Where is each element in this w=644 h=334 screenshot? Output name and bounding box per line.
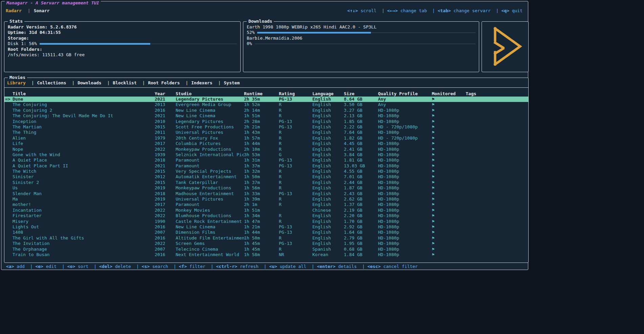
servarr-tab[interactable]: Radarr: [6, 8, 22, 13]
table-row[interactable]: Slender Man 2018 Madhouse Entertainment …: [4, 191, 528, 196]
table-row[interactable]: The Conjuring: The Devil Made Me Do It 2…: [4, 113, 528, 119]
movie-language: English: [312, 141, 344, 146]
movie-studio: Altitude Film Entertainmen: [176, 235, 244, 241]
movie-rating: R: [279, 113, 312, 119]
movies-tab[interactable]: System: [215, 80, 240, 85]
table-row[interactable]: Firestarter 2022 Blumhouse Productions 1…: [4, 213, 528, 218]
table-row[interactable]: The Conjuring 2013 Evergreen Media Group…: [4, 102, 528, 107]
table-row[interactable]: Ma 2019 Universal Pictures 1h 39m R Engl…: [4, 196, 528, 202]
movie-language: English: [312, 113, 344, 119]
table-row[interactable]: The Invitation 2022 Screen Gems 1h 45m P…: [4, 241, 528, 246]
movie-year: 2018: [155, 158, 176, 163]
movie-year: 2011: [155, 130, 176, 135]
keybind-hint: <s> search: [134, 264, 168, 269]
download-progress-line: 0%: [247, 41, 475, 46]
movie-quality-profile: HD-1080p: [378, 224, 432, 230]
movies-tab[interactable]: Root Folders: [139, 80, 180, 85]
movie-language: English: [312, 108, 344, 113]
movie-size: 2.22 GB: [344, 124, 378, 130]
movies-tab[interactable]: Blocklist: [104, 80, 136, 85]
movies-tab[interactable]: Collections: [28, 80, 66, 85]
uptime-value: 31d 04:31:55: [29, 30, 61, 35]
movie-language: English: [312, 97, 344, 102]
table-row[interactable]: Gone with the Wind 1939 Selznick Interna…: [4, 152, 528, 158]
movie-language: English: [312, 135, 344, 141]
movies-tab[interactable]: Downloads: [69, 80, 101, 85]
movie-runtime: 2h 28m: [244, 119, 279, 124]
movie-language: English: [312, 158, 344, 163]
table-row[interactable]: Life 2017 Columbia Pictures 1h 44m R Eng…: [4, 141, 528, 146]
movie-size: 4.45 GB: [344, 141, 378, 146]
movie-runtime: 1h 44m: [244, 141, 279, 146]
table-row[interactable]: Sinister 2012 Automatik Entertainment 1h…: [4, 174, 528, 180]
movie-studio: Universal Pictures: [176, 196, 244, 202]
movie-quality-profile: HD-1080p: [378, 141, 432, 146]
movie-quality-profile: HD-1080p: [378, 169, 432, 174]
movie-language: English: [312, 147, 344, 152]
keybind-label: update all: [280, 264, 306, 269]
table-row[interactable]: The Orphanage 2007 Telecinco Cinema 1h 4…: [4, 247, 528, 252]
movie-runtime: 1h 33m: [244, 191, 279, 196]
movie-quality-profile: HD-1080p: [378, 174, 432, 180]
download-percent: 0%: [247, 41, 252, 46]
movie-runtime: 1h 44m: [244, 230, 279, 235]
movies-tab[interactable]: Library: [7, 80, 26, 85]
table-row[interactable]: The Conjuring 2 2016 New Line Cinema 2h …: [4, 108, 528, 113]
movie-runtime: 1h 57m: [244, 135, 279, 141]
movie-title: Slender Man: [13, 191, 155, 196]
movie-size: 0.68 GB: [344, 247, 378, 252]
table-row[interactable]: Lights Out 2016 New Line Cinema 1h 21m P…: [4, 224, 528, 230]
table-row[interactable]: Incantation 2022 Monkey Movies 1h 51m Ch…: [4, 208, 528, 213]
table-row[interactable]: Misery 1990 Castle Rock Entertainment 1h…: [4, 219, 528, 224]
movie-language: English: [312, 224, 344, 230]
app-window: Managarr - A Servarr management TUI Rada…: [1, 1, 528, 270]
table-row[interactable]: Alien 1979 20th Century Fox 1h 57m R Eng…: [4, 135, 528, 141]
table-row[interactable]: 1408 2007 Dimension Films 1h 44m PG-13 E…: [4, 230, 528, 235]
keybind-label: quit: [512, 8, 523, 13]
download-progress-bar: [255, 43, 475, 45]
root-folder-value: /nfs/movies: 11511.43 GB free: [8, 52, 237, 58]
table-row[interactable]: Inception 2010 Legendary Pictures 2h 28m…: [4, 119, 528, 124]
keybind-key: <ctrl-r>: [216, 264, 237, 269]
movie-language: English: [312, 169, 344, 174]
servarr-tab[interactable]: Sonarr: [24, 8, 50, 13]
monitored-tag-icon: ⚑: [432, 252, 466, 257]
table-row[interactable]: The Witch 2015 Very Special Projects 1h …: [4, 169, 528, 174]
monitored-tag-icon: ⚑: [432, 247, 466, 252]
column-header-rating: Rating: [279, 91, 312, 97]
movie-language: Korean: [312, 252, 344, 257]
table-row[interactable]: The Martian 2015 Scott Free Productions …: [4, 124, 528, 130]
keybind-key: <o>: [67, 264, 75, 269]
table-row[interactable]: The Thing 2011 Universal Pictures 1h 43m…: [4, 130, 528, 135]
keybind-key: <tab>: [438, 8, 451, 13]
disk-usage-fill: [40, 43, 150, 45]
download-name: Barbie.Mermaidia.2006: [247, 36, 475, 41]
movie-title: The Conjuring: [13, 102, 155, 107]
movie-size: 7.64 GB: [344, 130, 378, 135]
movie-title: The Orphanage: [13, 247, 155, 252]
movie-rating: R: [279, 135, 312, 141]
table-row[interactable]: mother! 2017 Paramount 2h 1m R English 1…: [4, 202, 528, 207]
table-row[interactable]: => Dune 2021 Legendary Pictures 2h 35m P…: [4, 97, 528, 102]
keybind-hint: <esc> cancel filter: [359, 264, 418, 269]
table-row[interactable]: Us 2019 Monkeypaw Productions 1h 56m R E…: [4, 185, 528, 191]
keybind-key: <esc>: [368, 264, 381, 269]
table-row[interactable]: Sinister 2 2015 Tank Caterpillar 1h 37m …: [4, 180, 528, 185]
monitored-tag-icon: ⚑: [432, 230, 466, 235]
movies-tab[interactable]: Indexers: [182, 80, 212, 85]
selection-marker: =>: [4, 97, 13, 102]
table-row[interactable]: Train to Busan 2016 Next Entertainment W…: [4, 252, 528, 257]
movie-rating: R: [279, 180, 312, 185]
movie-runtime: 1h 37m: [244, 163, 279, 169]
monitored-tag-icon: ⚑: [432, 141, 466, 146]
table-row[interactable]: The Girl with All the Gifts 2016 Altitud…: [4, 235, 528, 241]
table-row[interactable]: A Quiet Place Part II 2021 Paramount 1h …: [4, 163, 528, 169]
movie-title: mother!: [13, 202, 155, 207]
table-row[interactable]: Nope 2022 Monkeypaw Productions 2h 10m R…: [4, 147, 528, 152]
keybind-hint: <↑↓> scroll: [347, 8, 376, 13]
movie-year: 2019: [155, 196, 176, 202]
movie-rating: PG-13: [279, 163, 312, 169]
movie-year: 2007: [155, 247, 176, 252]
movie-studio: Tank Caterpillar: [176, 180, 244, 185]
table-row[interactable]: A Quiet Place 2018 Paramount 1h 31m PG-1…: [4, 158, 528, 163]
